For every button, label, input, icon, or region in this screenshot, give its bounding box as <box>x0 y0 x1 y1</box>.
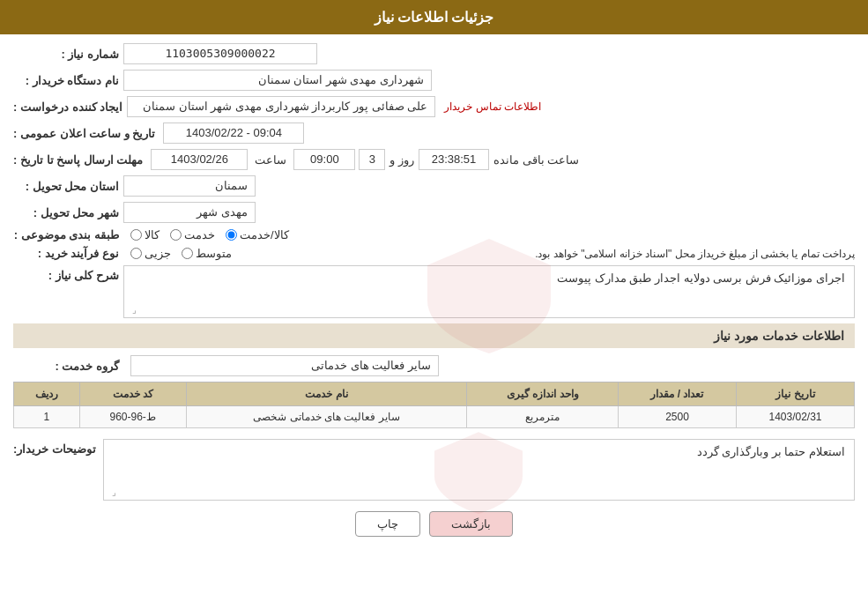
table-row: 1403/02/31 2500 مترمربع سایر فعالیت های … <box>14 406 855 428</box>
need-description-box: A اجرای موزائیک فرش برسی دولایه اجدار طب… <box>123 265 855 318</box>
services-section-header: اطلاعات خدمات مورد نیاز <box>13 323 855 348</box>
buyer-desc-label: توضیحات خریدار: <box>13 442 96 456</box>
response-deadline-row: ساعت باقی مانده 23:38:51 روز و 3 09:00 س… <box>13 149 855 170</box>
buyer-desc-row: A استعلام حتما بر وبارگذاری گردد ⌟ توضیح… <box>13 439 855 501</box>
category-row: کالا/خدمت خدمت کالا طبقه بندی موضوعی : <box>13 228 855 241</box>
page-header: جزئیات اطلاعات نیاز <box>0 0 868 34</box>
category-label: طبقه بندی موضوعی : <box>13 228 119 241</box>
category-options: کالا/خدمت خدمت کالا <box>130 228 289 241</box>
service-group-value: سایر فعالیت های خدماتی <box>130 355 439 376</box>
svg-text:A: A <box>472 470 485 489</box>
countdown-time-value: 23:38:51 <box>419 149 489 170</box>
back-button[interactable]: بازگشت <box>429 511 513 537</box>
countdown-days-label: روز و <box>389 153 414 167</box>
col-service-code: کد خدمت <box>79 382 186 406</box>
buyer-desc-box: A استعلام حتما بر وبارگذاری گردد ⌟ <box>103 439 855 501</box>
need-number-row: 1103005309000022 شماره نیاز : <box>13 43 855 64</box>
buyer-org-label: نام دستگاه خریدار : <box>13 74 119 87</box>
service-group-label: گروه خدمت : <box>13 360 119 373</box>
city-value: مهدی شهر <box>123 202 256 223</box>
process-mutavasset-label: متوسط <box>196 247 232 260</box>
creator-link[interactable]: اطلاعات تماس خریدار <box>444 100 541 113</box>
announce-datetime-value: 1403/02/22 - 09:04 <box>163 123 304 144</box>
province-value: سمنان <box>123 175 256 197</box>
cell-need-date: 1403/02/31 <box>736 406 854 428</box>
col-need-date: تاریخ نیاز <box>736 382 854 406</box>
main-content: 1103005309000022 شماره نیاز : شهرداری مه… <box>0 34 868 556</box>
process-options: متوسط جزیی <box>130 247 232 260</box>
countdown-label: ساعت باقی مانده <box>493 153 579 167</box>
col-quantity: تعداد / مقدار <box>619 382 737 406</box>
announce-datetime-label: تاریخ و ساعت اعلان عمومی : <box>13 127 155 140</box>
process-option-jozii: جزیی <box>130 247 171 260</box>
cell-unit: مترمربع <box>467 406 619 428</box>
cell-service-name: سایر فعالیت های خدماتی شخصی <box>186 406 467 428</box>
button-row: بازگشت چاپ <box>13 511 855 537</box>
process-radio-mutavasset[interactable] <box>182 248 193 259</box>
category-radio-kala-khadamat[interactable] <box>226 229 237 241</box>
category-option-khadamat: خدمت <box>170 228 215 241</box>
city-label: شهر محل تحویل : <box>13 206 119 219</box>
services-section-title: اطلاعات خدمات مورد نیاز <box>714 329 844 343</box>
category-khadamat-label: خدمت <box>184 228 215 241</box>
cell-quantity: 2500 <box>619 406 737 428</box>
category-option-kala: کالا <box>130 228 160 241</box>
category-radio-khadamat[interactable] <box>170 229 182 241</box>
col-unit: واحد اندازه گیری <box>467 382 619 406</box>
countdown-days-value: 3 <box>359 149 385 170</box>
province-label: استان محل تحویل : <box>13 180 119 193</box>
response-date-value: 1403/02/26 <box>151 149 248 170</box>
need-description-row: A اجرای موزائیک فرش برسی دولایه اجدار طب… <box>13 265 855 318</box>
response-time-label: ساعت <box>255 153 286 167</box>
process-label: نوع فرآیند خرید : <box>13 247 119 260</box>
process-radio-jozii[interactable] <box>130 248 142 259</box>
watermark-shield-2: A <box>426 426 531 514</box>
announce-datetime-row: 1403/02/22 - 09:04 تاریخ و ساعت اعلان عم… <box>13 123 855 144</box>
resize-handle[interactable]: ⌟ <box>126 305 137 316</box>
city-row: مهدی شهر شهر محل تحویل : <box>13 202 855 223</box>
page-title: جزئیات اطلاعات نیاز <box>375 10 494 25</box>
buyer-org-value: شهرداری مهدی شهر استان سمنان <box>123 70 432 91</box>
need-description-value: اجرای موزائیک فرش برسی دولایه اجدار طبق … <box>557 271 845 285</box>
category-kala-label: کالا <box>145 228 160 241</box>
category-kala-khadamat-label: کالا/خدمت <box>240 228 289 241</box>
resize-handle-2[interactable]: ⌟ <box>106 487 116 498</box>
creator-value: علی صفائی پور کاربرداز شهرداری مهدی شهر … <box>127 96 435 117</box>
print-button[interactable]: چاپ <box>355 511 420 537</box>
buyer-org-row: شهرداری مهدی شهر استان سمنان نام دستگاه … <box>13 70 855 91</box>
table-header-row: تاریخ نیاز تعداد / مقدار واحد اندازه گیر… <box>14 382 855 406</box>
category-radio-kala[interactable] <box>130 229 142 241</box>
need-number-value: 1103005309000022 <box>123 43 317 64</box>
process-jozii-label: جزیی <box>145 247 171 260</box>
need-number-label: شماره نیاز : <box>13 48 119 61</box>
cell-service-code: ط-96-960 <box>79 406 186 428</box>
countdown-group: ساعت باقی مانده 23:38:51 روز و 3 <box>359 149 579 170</box>
svg-text:A: A <box>480 292 498 319</box>
process-note: پرداخت تمام یا بخشی از مبلغ خریداز محل "… <box>239 248 855 260</box>
province-row: سمنان استان محل تحویل : <box>13 175 855 197</box>
buyer-desc-value: استعلام حتما بر وبارگذاری گردد <box>697 445 845 458</box>
service-group-row: سایر فعالیت های خدماتی گروه خدمت : <box>13 355 855 376</box>
creator-row: اطلاعات تماس خریدار علی صفائی پور کاربرد… <box>13 96 855 117</box>
col-service-name: نام خدمت <box>186 382 467 406</box>
col-row-num: ردیف <box>14 382 80 406</box>
response-time-value: 09:00 <box>293 149 355 170</box>
process-option-mutavasset: متوسط <box>182 247 232 260</box>
page-wrapper: جزئیات اطلاعات نیاز 1103005309000022 شما… <box>0 0 868 609</box>
cell-row-num: 1 <box>14 406 80 428</box>
services-table: تاریخ نیاز تعداد / مقدار واحد اندازه گیر… <box>13 382 855 428</box>
category-option-kala-khadamat: کالا/خدمت <box>226 228 289 241</box>
creator-label: ایجاد کننده درخواست : <box>13 100 122 114</box>
need-description-label: شرح کلی نیاز : <box>13 269 119 282</box>
response-deadline-label: مهلت ارسال پاسخ تا تاریخ : <box>13 153 143 167</box>
process-row: پرداخت تمام یا بخشی از مبلغ خریداز محل "… <box>13 247 855 260</box>
